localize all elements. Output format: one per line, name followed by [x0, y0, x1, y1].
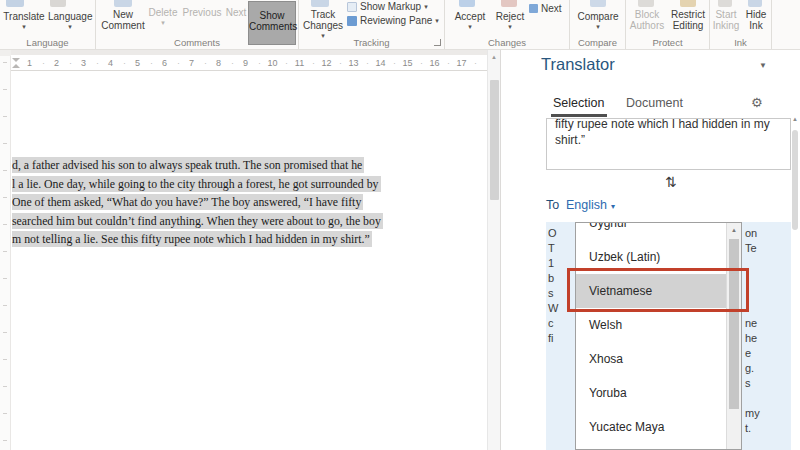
restrict-editing-button[interactable]: Restrict Editing — [668, 9, 708, 31]
new-comment-button[interactable]: New Comment — [100, 9, 146, 31]
document-line: One of them asked, “What do you have?” T… — [12, 193, 383, 212]
next-change-button[interactable]: Next — [529, 3, 562, 14]
previous-comment-button: Previous — [182, 7, 222, 18]
ribbon-group-changes: Accept ▾ Reject ▾ Next Changes — [445, 0, 570, 49]
accept-label: Accept — [451, 11, 489, 22]
reject-icon — [501, 0, 517, 7]
compare-button[interactable]: Compare ▾ — [576, 11, 620, 31]
start-inking-icon — [718, 0, 732, 7]
source-text: shirt.” — [555, 132, 782, 148]
group-label-compare: Compare — [570, 37, 625, 48]
scrollbar-thumb[interactable] — [792, 130, 798, 230]
tab-document[interactable]: Document — [626, 96, 683, 110]
reviewing-pane-icon — [347, 16, 357, 26]
tab-document-label: Document — [626, 96, 683, 110]
previous-label: Previous — [182, 7, 222, 18]
reject-button[interactable]: Reject ▾ — [493, 11, 527, 31]
ribbon-group-comments: New Comment Delete ▾ Previous Next Show … — [96, 0, 299, 49]
block-authors-icon — [638, 0, 654, 7]
pane-options-chevron-icon[interactable]: ▼ — [759, 61, 767, 70]
scrollbar-thumb[interactable] — [729, 239, 739, 409]
chevron-down-icon: ▾ — [48, 23, 92, 31]
chevron-down-icon: ▾ — [435, 17, 439, 25]
dropdown-item[interactable]: Xhosa — [576, 342, 726, 376]
source-text-box[interactable]: fifty rupee note which I had hidden in m… — [546, 118, 791, 170]
to-language-dropdown[interactable]: English▾ — [566, 198, 615, 212]
to-language-value: English — [566, 198, 607, 212]
show-markup-button[interactable]: Show Markup ▾ — [347, 1, 428, 12]
document-line: searched him but couldn’t find anything.… — [12, 212, 383, 231]
document-line: m not telling a lie. See this fifty rupe… — [12, 230, 383, 249]
language-button[interactable]: Language ▾ — [48, 11, 92, 31]
tab-selection-label: Selection — [553, 96, 604, 110]
dropdown-item[interactable]: Welsh — [576, 308, 726, 342]
block-authors-label: Block Authors — [628, 9, 666, 31]
dropdown-item[interactable]: Yucatec Maya — [576, 410, 726, 444]
ribbon-group-compare: Compare ▾ Compare — [570, 0, 626, 49]
group-label-tracking: Tracking — [299, 37, 444, 48]
accept-button[interactable]: Accept ▾ — [451, 11, 489, 31]
chevron-down-icon: ▾ — [146, 19, 180, 27]
ruler-ticks — [3, 62, 7, 442]
next-change-label: Next — [541, 3, 562, 14]
block-authors-button: Block Authors — [628, 9, 666, 31]
next-label: Next — [224, 7, 248, 18]
restrict-editing-label: Restrict Editing — [668, 9, 708, 31]
ribbon-group-language: Translate ▾ Language ▾ Language — [0, 0, 96, 49]
show-markup-icon — [347, 2, 357, 12]
selected-text: m not telling a lie. See this fifty rupe… — [12, 231, 372, 247]
scroll-up-icon[interactable]: ▲ — [727, 223, 741, 237]
dropdown-scrollbar[interactable]: ▲ — [726, 223, 741, 449]
group-label-ink: Ink — [710, 37, 771, 48]
next-comment-button: Next — [224, 7, 248, 18]
translate-button[interactable]: Translate ▾ — [2, 11, 46, 31]
dropdown-item[interactable]: Yoruba — [576, 376, 726, 410]
dropdown-items: Uyghur Uzbek (Latin) Vietnamese Welsh Xh… — [576, 222, 726, 444]
ribbon-review-tab: Translate ▾ Language ▾ Language New Comm… — [0, 0, 800, 50]
hide-ink-label: Hide Ink — [742, 9, 770, 31]
selected-text: d, a father advised his son to always sp… — [12, 157, 364, 173]
to-label: To — [546, 198, 559, 212]
selected-text: l a lie. One day, while going to the cit… — [12, 176, 381, 192]
language-label: Language — [48, 11, 92, 22]
dropdown-item[interactable]: Uyghur — [576, 222, 726, 240]
scroll-up-icon[interactable]: ▲ — [488, 54, 500, 60]
language-dropdown-list: Uyghur Uzbek (Latin) Vietnamese Welsh Xh… — [575, 222, 742, 450]
ribbon-group-ink: Start Inking Hide Ink Ink — [710, 0, 772, 49]
tab-selection[interactable]: Selection — [553, 96, 604, 110]
accept-icon — [459, 0, 475, 7]
selected-text: One of them asked, “What do you have?” T… — [12, 194, 363, 210]
translate-icon — [6, 0, 24, 7]
scroll-up-icon: ▲ — [791, 116, 799, 122]
document-page[interactable]: d, a father advised his son to always sp… — [11, 71, 487, 450]
pane-title: Translator — [541, 55, 615, 74]
document-line: l a lie. One day, while going to the cit… — [12, 175, 383, 194]
language-icon — [50, 0, 66, 7]
document-vertical-scrollbar[interactable]: ▲ — [487, 50, 500, 450]
document-text-area[interactable]: d, a father advised his son to always sp… — [12, 156, 383, 249]
chevron-down-icon: ▾ — [611, 202, 615, 211]
new-comment-icon — [114, 0, 132, 7]
result-fragments-left: OT1bsWcfi — [548, 226, 558, 346]
track-changes-button[interactable]: Track Changes ▾ — [302, 9, 344, 40]
chevron-down-icon: ▾ — [424, 3, 428, 11]
group-label-comments: Comments — [96, 37, 298, 48]
track-changes-label: Track Changes — [302, 9, 344, 31]
horizontal-ruler[interactable]: 1234567891011121314151617 — [11, 55, 487, 71]
source-text: fifty rupee note which I had hidden in m… — [555, 118, 782, 132]
start-inking-label: Start Inking — [712, 9, 740, 31]
start-inking-button: Start Inking — [712, 9, 740, 31]
restrict-editing-icon — [680, 0, 696, 7]
result-fragments-right: onTeneheeg.smyt. — [745, 226, 760, 436]
swap-languages-icon[interactable]: ⇅ — [659, 174, 683, 190]
show-markup-label: Show Markup — [360, 1, 421, 12]
settings-gear-icon[interactable]: ⚙ — [751, 95, 763, 110]
show-comments-label: Show Comments — [249, 10, 295, 32]
hide-ink-button[interactable]: Hide Ink — [742, 9, 770, 31]
selected-text: searched him but couldn’t find anything.… — [12, 213, 383, 229]
translator-pane: Translator ▼ Selection Document ⚙ fifty … — [500, 50, 800, 450]
pane-scrollbar[interactable]: ▲ — [791, 116, 799, 450]
scrollbar-thumb[interactable] — [490, 80, 499, 200]
reviewing-pane-button[interactable]: Reviewing Pane ▾ — [347, 15, 439, 26]
reject-label: Reject — [493, 11, 527, 22]
